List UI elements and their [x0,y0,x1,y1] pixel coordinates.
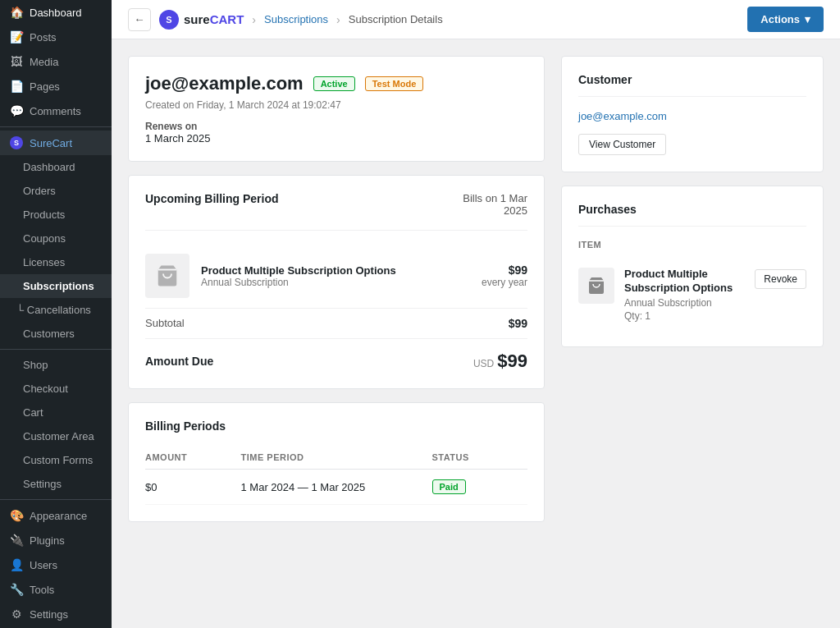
sidebar-item-licenses[interactable]: Licenses [0,250,112,274]
amount-currency: USD [473,358,494,369]
page-email: joe@example.com [145,73,304,94]
logo: S sureCART [159,10,244,30]
sidebar-item-customer-area[interactable]: Customer Area [0,424,112,448]
amount-due-value: USD$99 [473,351,527,372]
amount-due-label: Amount Due [145,355,213,368]
sidebar-item-appearance[interactable]: 🎨 Appearance [0,503,112,528]
users-icon: 👤 [10,558,23,571]
billing-periods-header: AMOUNT TIME PERIOD STATUS [145,446,527,470]
product-name: Product Multiple Subscription Options [201,264,470,277]
purchase-qty: Qty: 1 [624,310,745,322]
sidebar-item-shop[interactable]: Shop [0,353,112,377]
sidebar-item-customers[interactable]: Customers [0,322,112,346]
product-thumbnail [145,254,189,298]
side-column: Customer joe@example.com View Customer P… [561,56,824,612]
chevron-down-icon: ▾ [805,13,810,25]
billing-period-header: Upcoming Billing Period Bills on 1 Mar20… [145,192,527,231]
topbar-actions: Actions ▾ [747,7,824,32]
row-amount: $0 [145,481,241,493]
status-badge-active: Active [313,76,355,91]
back-button[interactable]: ← [128,8,151,31]
product-price: $99 every year [482,264,527,288]
media-icon: 🖼 [10,55,23,68]
breadcrumb-current: Subscription Details [349,13,443,25]
purchase-row: Product Multiple Subscription Options An… [578,259,806,330]
status-badge-testmode: Test Mode [365,76,424,91]
tools-icon: 🔧 [10,583,23,596]
breadcrumb-subscriptions[interactable]: Subscriptions [264,13,328,25]
sidebar: 🏠 Dashboard 📝 Posts 🖼 Media 📄 Pages 💬 Co… [0,0,112,628]
customer-title: Customer [578,73,806,97]
main-content: ← S sureCART › Subscriptions › Subscript… [112,0,840,628]
customer-email: joe@example.com [578,110,806,122]
purchases-title: Purchases [578,203,806,227]
col-time-period: TIME PERIOD [241,452,432,462]
wp-settings-icon: ⚙ [10,607,23,621]
paid-badge: Paid [432,479,466,494]
page-meta: Created on Friday, 1 March 2024 at 19:02… [145,99,527,111]
sidebar-item-tools[interactable]: 🔧 Tools [0,577,112,602]
col-status: STATUS [432,452,528,462]
sidebar-item-coupons[interactable]: Coupons [0,227,112,250]
sidebar-item-users[interactable]: 👤 Users [0,552,112,577]
table-row: $0 1 Mar 2024 — 1 Mar 2025 Paid [145,470,527,505]
col-amount: AMOUNT [145,452,241,462]
sidebar-item-pages[interactable]: 📄 Pages [0,74,112,99]
product-amount: $99 [482,264,527,277]
sidebar-item-cancellations[interactable]: └ Cancellations [0,298,112,322]
comments-icon: 💬 [10,104,23,117]
sidebar-item-plugins[interactable]: 🔌 Plugins [0,528,112,552]
back-icon: ← [134,13,144,25]
sidebar-item-custom-forms[interactable]: Custom Forms [0,448,112,472]
sidebar-item-products[interactable]: Products [0,203,112,227]
logo-icon: S [159,10,179,30]
surecart-icon: S [10,136,23,149]
subtotal-label: Subtotal [145,317,185,330]
purchase-type: Annual Subscription [624,297,745,309]
appearance-icon: 🎨 [10,509,23,522]
sidebar-item-posts[interactable]: 📝 Posts [0,25,112,49]
sidebar-item-checkout[interactable]: Checkout [0,377,112,401]
sidebar-item-sc-dashboard[interactable]: Dashboard [0,155,112,179]
customer-card: Customer joe@example.com View Customer [561,56,824,172]
row-status: Paid [432,479,528,494]
revoke-button[interactable]: Revoke [755,269,806,289]
sidebar-item-sc-settings[interactable]: Settings [0,472,112,496]
breadcrumb-sep-1: › [252,13,256,26]
actions-button[interactable]: Actions ▾ [747,7,824,32]
sidebar-item-subscriptions[interactable]: Subscriptions [0,274,112,298]
sidebar-item-orders[interactable]: Orders [0,179,112,203]
sidebar-item-comments[interactable]: 💬 Comments [0,99,112,123]
plugins-icon: 🔌 [10,534,23,547]
billing-periods-title: Billing Periods [145,419,527,433]
sidebar-item-cart[interactable]: Cart [0,401,112,424]
row-period: 1 Mar 2024 — 1 Mar 2025 [241,481,432,493]
amount-value: $99 [497,351,527,371]
page-content: joe@example.com Active Test Mode Created… [112,39,840,628]
posts-icon: 📝 [10,30,23,44]
billing-period-label: Upcoming Billing Period [145,192,279,205]
sidebar-item-media[interactable]: 🖼 Media [0,49,112,74]
purchases-card: Purchases ITEM Product Multiple Subscrip… [561,186,824,347]
sidebar-item-surecart[interactable]: S SureCart [0,131,112,155]
purchase-name: Product Multiple Subscription Options [624,268,745,296]
view-customer-button[interactable]: View Customer [578,134,666,155]
billing-periods-card: Billing Periods AMOUNT TIME PERIOD STATU… [128,402,545,522]
product-info: Product Multiple Subscription Options An… [201,264,470,288]
subtotal-row: Subtotal $99 [145,309,527,339]
renews-date: 1 March 2025 [145,132,527,144]
topbar: ← S sureCART › Subscriptions › Subscript… [112,0,840,39]
page-header: joe@example.com Active Test Mode Created… [128,56,545,162]
purchase-thumbnail [578,268,614,304]
sidebar-item-wp-settings[interactable]: ⚙ Settings [0,602,112,626]
item-label: ITEM [578,240,806,250]
main-column: joe@example.com Active Test Mode Created… [128,56,545,612]
purchase-info: Product Multiple Subscription Options An… [624,268,745,322]
dashboard-icon: 🏠 [10,6,23,19]
product-row: Product Multiple Subscription Options An… [145,244,527,309]
amount-due-row: Amount Due USD$99 [145,339,527,372]
breadcrumb-sep-2: › [336,13,340,26]
product-type: Annual Subscription [201,277,470,288]
bills-on: Bills on 1 Mar2025 [463,192,527,217]
sidebar-item-dashboard[interactable]: 🏠 Dashboard [0,0,112,25]
